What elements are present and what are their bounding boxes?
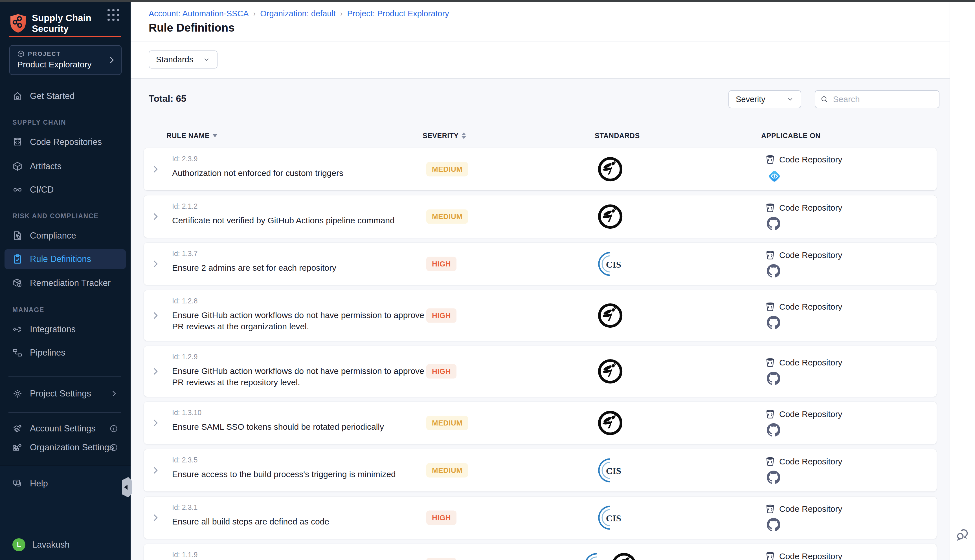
rule-id: Id: 2.3.9 [172,155,343,163]
sidebar-item-project-settings[interactable]: Project Settings [5,384,126,403]
help-chat-icon: ? [12,478,23,489]
owasp-icon [598,359,623,384]
column-header-severity[interactable]: SEVERITY [422,130,466,141]
github-icon [767,471,780,484]
owasp-icon [598,410,623,436]
row-expand-chevron[interactable] [151,465,160,475]
breadcrumb-account[interactable]: Account: Automation-SSCA [149,9,249,18]
info-icon[interactable] [109,424,118,433]
standards-icons [579,359,641,384]
source-icon-slot [767,471,842,484]
rule-name: Ensure 2 admins are set for each reposit… [172,262,336,273]
row-expand-chevron[interactable] [151,418,160,428]
brand: Supply Chain Security [9,11,122,36]
table-row: Id: 1.3.7 Ensure 2 admins are set for ea… [144,243,937,285]
breadcrumb-project[interactable]: Project: Product Exploratory [347,9,449,18]
applicable-on-label: Code Repository [779,155,842,164]
sidebar-item-pipelines[interactable]: Pipelines [5,343,126,363]
sidebar-item-cicd[interactable]: CI/CD [5,180,126,200]
standards-icons [579,303,641,328]
project-name: Product Exploratory [17,60,115,69]
sort-caret-down-icon [212,134,217,137]
row-expand-chevron[interactable] [151,212,160,222]
chat-bubbles-icon[interactable] [955,527,970,543]
table-row: Id: 2.3.5 Ensure access to the build pro… [144,449,937,492]
applicable-on-label: Code Repository [779,552,842,560]
home-icon [12,91,23,101]
standards-filter-dropdown[interactable]: Standards [149,50,217,68]
owasp-icon [598,157,623,182]
severity-filter-dropdown[interactable]: Severity [728,90,801,108]
table-row: Id: 1.2.9 Ensure GitHub action workflows… [144,346,937,397]
cis-icon: CIS [597,457,623,483]
applicable-on-cell: Code Repository [765,409,842,437]
app-window: Supply Chain Security PROJECT Product Ex… [0,0,975,560]
pipelines-icon [12,348,23,358]
section-risk-and-compliance: RISK AND COMPLIANCE [12,212,99,220]
code-repository-icon [765,457,775,467]
rule-id: Id: 1.1.9 [172,551,197,559]
breadcrumb-organization[interactable]: Organization: default [260,9,336,18]
severity-badge: HIGH [426,308,456,323]
rules-list: Id: 2.3.9 Authorization not enforced for… [144,148,937,560]
standards-icons [579,157,641,182]
table-row: Id: 1.1.9 HIGH CIS Code Repository [144,544,937,560]
applicable-on-cell: Code Repository [765,457,842,484]
sidebar-item-organization-settings[interactable]: Organization Settings [5,438,126,457]
project-selector[interactable]: PROJECT Product Exploratory [9,45,122,75]
cis-icon: CIS [597,251,623,277]
applicable-on-label: Code Repository [779,358,842,367]
sidebar-collapse-handle[interactable] [122,477,132,497]
row-expand-chevron[interactable] [151,513,160,522]
filters-toolbar: Standards [130,42,950,78]
sidebar-item-account-settings[interactable]: Account Settings [5,419,126,438]
nine-dot-grid-icon[interactable] [107,9,120,22]
sidebar-item-remediation-tracker[interactable]: Remediation Tracker [5,273,126,293]
sidebar: Supply Chain Security PROJECT Product Ex… [0,2,130,560]
sidebar-item-rule-definitions[interactable]: Rule Definitions [5,249,126,269]
severity-badge: MEDIUM [426,162,468,177]
svg-text:CIS: CIS [606,259,621,270]
applicable-on-label: Code Repository [779,203,842,213]
row-expand-chevron[interactable] [151,259,160,269]
search-icon [820,95,828,104]
info-icon[interactable] [109,443,118,452]
column-header-rule-name[interactable]: RULE NAME [167,130,217,141]
sidebar-item-integrations[interactable]: Integrations [5,320,126,339]
sidebar-item-compliance[interactable]: Compliance [5,226,126,246]
source-icon-slot [767,217,842,230]
owasp-icon [611,552,637,560]
box-wrench-icon [12,278,23,288]
row-expand-chevron[interactable] [151,367,160,376]
sidebar-item-help[interactable]: ? Help [5,474,126,493]
table-row: Id: 1.2.8 Ensure GitHub action workflows… [144,290,937,341]
rule-name: Ensure GitHub action workflows do not ha… [172,365,424,377]
rule-name: Ensure access to the build process's tri… [172,468,396,480]
sort-carets-icon [462,133,466,139]
layers-gear-icon [12,423,23,434]
source-icon-slot [767,423,842,437]
severity-badge: HIGH [426,257,456,271]
applicable-on-cell: Code Repository [765,504,842,532]
sidebar-item-artifacts[interactable]: Artifacts [5,157,126,176]
table-row: Id: 1.3.10 Ensure SAML SSO tokens should… [144,402,937,444]
github-icon [767,372,780,385]
row-expand-chevron[interactable] [151,164,160,174]
code-repository-icon [765,302,775,312]
total-count: Total: 65 [149,93,186,104]
applicable-on-label: Code Repository [779,457,842,467]
rule-id: Id: 1.2.9 [172,353,424,361]
applicable-on-cell: Code Repository [765,203,842,230]
table-row: Id: 2.1.2 Certificate not verified by Gi… [144,195,937,238]
box-icon [12,161,23,172]
search-input[interactable] [833,94,934,104]
user-menu[interactable]: L Lavakush [5,535,126,555]
row-expand-chevron[interactable] [151,311,160,320]
table-row: Id: 2.3.1 Ensure all build steps are def… [144,497,937,539]
applicable-on-label: Code Repository [779,250,842,260]
sidebar-item-code-repositories[interactable]: Code Repositories [5,132,126,152]
svg-text:CIS: CIS [606,466,621,476]
browser-top-strip [0,0,975,2]
sidebar-item-get-started[interactable]: Get Started [5,86,126,106]
sidebar-divider [8,377,121,377]
